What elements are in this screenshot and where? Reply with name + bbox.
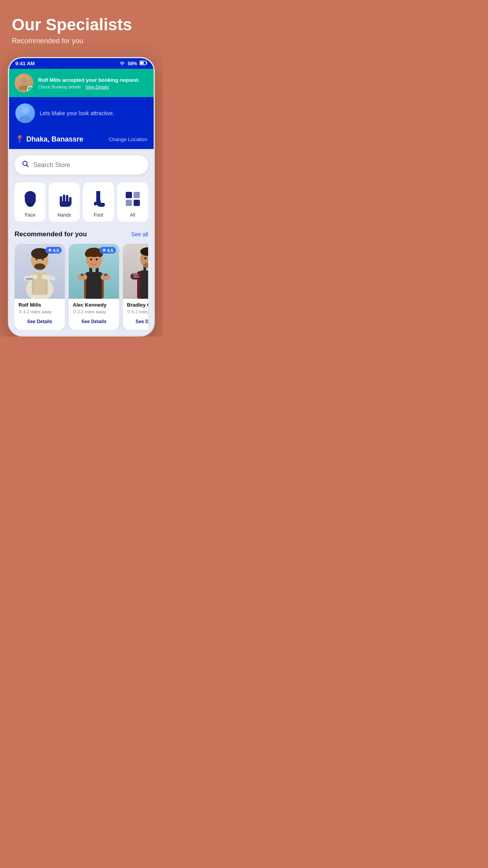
phone-mockup: 9:41 AM 58% xyxy=(8,57,155,337)
svg-point-26 xyxy=(42,259,44,260)
all-label: All xyxy=(130,212,135,218)
svg-rect-21 xyxy=(26,278,33,280)
location-icon-bradley: ⊙ xyxy=(127,309,130,314)
location-name: Dhaka, Banassre xyxy=(26,135,83,143)
search-section xyxy=(9,149,154,181)
star-icon: ★ xyxy=(48,248,52,253)
svg-rect-28 xyxy=(86,272,102,299)
location-icon: ⊙ xyxy=(18,309,22,314)
change-location-button[interactable]: Change Location xyxy=(109,136,147,142)
hero-banner-text: Lets Make your look attractive. xyxy=(40,110,114,116)
recommended-title: Recommended for you xyxy=(15,230,87,238)
search-icon xyxy=(22,160,29,170)
notif-content: Rolf Mills accepted your booking request… xyxy=(38,77,148,89)
search-input[interactable] xyxy=(33,162,141,169)
wifi-icon xyxy=(119,61,125,66)
specialist-card-rolf: ★ 4.5 Rolf Mills ⊙ 4.2 miles away See De… xyxy=(15,244,65,330)
svg-point-43 xyxy=(96,259,98,261)
specialist-name-rolf: Rolf Mills xyxy=(18,302,61,308)
svg-rect-1 xyxy=(140,62,144,64)
hero-avatar xyxy=(15,103,35,123)
svg-rect-45 xyxy=(140,270,148,299)
status-time: 9:41 AM xyxy=(15,61,35,66)
battery-text: 58% xyxy=(128,61,137,66)
svg-rect-12 xyxy=(126,192,132,198)
page-title: Our Specialists xyxy=(12,16,151,34)
specialists-list: ★ 4.5 Rolf Mills ⊙ 4.2 miles away See De… xyxy=(15,244,148,330)
battery-icon xyxy=(139,61,147,66)
page-subtitle: Recommended for you xyxy=(12,37,151,45)
specialist-card-alec: ★ 4.5 Alec Kennedy ⊙ 2.2 miles away See … xyxy=(69,244,119,330)
notif-checkmark: ✓ xyxy=(27,86,33,92)
see-all-button[interactable]: See all xyxy=(131,231,148,237)
svg-rect-13 xyxy=(134,192,140,198)
category-all[interactable]: All xyxy=(117,182,148,222)
rating-badge-alec: ★ 4.5 xyxy=(99,247,116,254)
face-icon xyxy=(20,189,40,209)
rating-badge-rolf: ★ 4.5 xyxy=(45,247,62,254)
svg-rect-52 xyxy=(132,274,138,275)
location-bar: 📍 Dhaka, Banassre Change Location xyxy=(9,131,154,149)
location-pin-icon: 📍 xyxy=(15,135,24,143)
svg-point-5 xyxy=(21,107,29,114)
svg-point-3 xyxy=(21,78,27,84)
specialist-distance-bradley: ⊙ 5.2 miles away xyxy=(127,309,148,314)
location-icon-alec: ⊙ xyxy=(73,309,76,314)
search-bar xyxy=(15,155,148,175)
all-icon xyxy=(123,189,143,209)
face-label: Face xyxy=(25,212,35,218)
svg-point-42 xyxy=(90,259,92,261)
svg-point-39 xyxy=(85,251,91,257)
notif-view-details-link[interactable]: View Details xyxy=(85,85,109,89)
category-foot[interactable]: Foot xyxy=(83,182,114,222)
svg-rect-9 xyxy=(28,204,33,206)
see-details-rolf[interactable]: See Details xyxy=(18,317,61,326)
hands-label: Hands xyxy=(57,212,71,218)
svg-point-11 xyxy=(97,200,100,204)
see-details-bradley[interactable]: See Details xyxy=(127,317,148,326)
svg-rect-35 xyxy=(81,274,84,276)
svg-rect-53 xyxy=(133,276,139,278)
svg-point-41 xyxy=(91,248,97,254)
notif-title: Rolf Mills accepted your booking request… xyxy=(38,77,148,84)
svg-rect-14 xyxy=(126,200,132,206)
svg-point-25 xyxy=(36,259,37,260)
categories-grid: Face Hands xyxy=(15,182,148,222)
foot-label: Foot xyxy=(94,212,103,218)
notif-avatar: ✓ xyxy=(15,74,33,92)
specialist-distance-alec: ⊙ 2.2 miles away xyxy=(73,309,115,314)
specialist-image-alec: ★ 4.5 xyxy=(69,244,119,299)
status-bar: 9:41 AM 58% xyxy=(9,58,154,69)
hero-banner: Lets Make your look attractive. xyxy=(9,97,154,131)
hands-icon xyxy=(54,189,75,209)
svg-point-10 xyxy=(94,202,97,206)
recommended-section: Recommended for you See all xyxy=(9,227,154,335)
section-header: Recommended for you See all xyxy=(15,230,148,238)
svg-rect-36 xyxy=(104,274,107,276)
svg-rect-2 xyxy=(147,62,147,64)
specialist-image-bradley: ★ 4.5 xyxy=(123,244,148,299)
svg-rect-15 xyxy=(134,200,140,206)
star-icon-alec: ★ xyxy=(102,248,106,253)
specialist-card-bradley: ★ 4.5 Bradley George ⊙ 5.2 miles away Se… xyxy=(123,244,148,330)
foot-icon xyxy=(88,189,109,209)
see-details-alec[interactable]: See Details xyxy=(73,317,115,326)
specialist-distance-rolf: ⊙ 4.2 miles away xyxy=(18,309,61,314)
categories-section: Face Hands xyxy=(9,181,154,227)
category-face[interactable]: Face xyxy=(15,182,46,222)
category-hands[interactable]: Hands xyxy=(49,182,80,222)
svg-point-6 xyxy=(19,116,31,123)
notification-banner: ✓ Rolf Mills accepted your booking reque… xyxy=(9,69,154,97)
notif-subtitle: Check Booking details xyxy=(38,85,81,89)
specialist-image-rolf: ★ 4.5 xyxy=(15,244,65,299)
specialist-name-bradley: Bradley George xyxy=(127,302,148,308)
specialist-name-alec: Alec Kennedy xyxy=(73,302,115,308)
svg-point-24 xyxy=(34,263,45,270)
svg-point-57 xyxy=(145,257,147,259)
